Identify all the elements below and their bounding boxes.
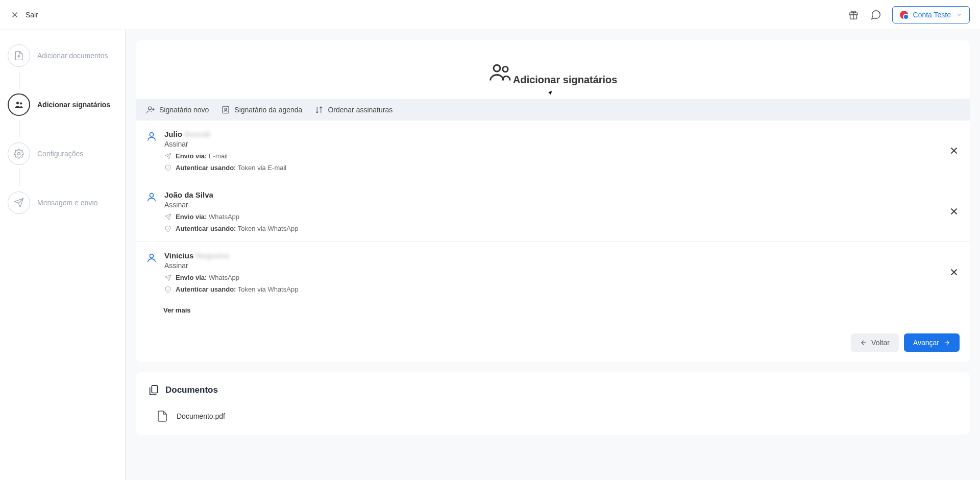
user-plus-icon (146, 105, 155, 114)
signer-role: Assinar (164, 261, 948, 270)
toolbar-label: Ordenar assinaturas (328, 106, 393, 114)
signer-name: João da Silva (164, 190, 948, 200)
signer-body: Vinicius Nogueira Assinar Envio via: Wha… (164, 251, 948, 293)
exit-button[interactable]: Sair (10, 10, 38, 19)
remove-signer-button[interactable] (948, 145, 960, 156)
card-footer: Voltar Avançar (136, 323, 970, 362)
svg-point-25 (150, 194, 153, 197)
step-label: Adicionar documentos (37, 52, 108, 60)
people-icon (8, 93, 30, 116)
signer-body: Julio Dvorak Assinar Envio via: E-mail A… (164, 130, 948, 172)
step-settings[interactable]: Configurações (8, 138, 117, 169)
step-connector (19, 120, 19, 138)
svg-point-8 (18, 153, 20, 155)
address-book-icon (221, 105, 230, 114)
step-connector (19, 71, 19, 89)
documents-icon (148, 385, 159, 396)
next-button[interactable]: Avançar (904, 333, 960, 352)
back-button[interactable]: Voltar (851, 333, 899, 352)
chat-icon (870, 9, 881, 20)
chevron-down-icon (956, 12, 962, 18)
document-item[interactable]: Documento.pdf (148, 410, 958, 422)
signer-auth: Autenticar usando: Token via E-mail (164, 164, 948, 172)
document-name: Documento.pdf (177, 412, 225, 420)
header-right: Conta Teste (847, 6, 970, 23)
step-label: Mensagem e envio (37, 199, 97, 207)
document-upload-icon (8, 44, 30, 67)
signer-auth: Autenticar usando: Token via WhatsApp (164, 285, 948, 293)
signer-body: João da Silva Assinar Envio via: WhatsAp… (164, 190, 948, 232)
close-icon (10, 10, 19, 19)
layout: Adicionar documentos Adicionar signatári… (0, 30, 980, 480)
send-small-icon (164, 153, 172, 160)
step-message-send[interactable]: Mensagem e envio (8, 187, 117, 218)
shield-icon (164, 164, 172, 172)
svg-point-17 (225, 108, 227, 110)
send-icon (8, 191, 30, 214)
send-small-icon (164, 274, 172, 281)
new-signer-button[interactable]: Signatário novo (146, 105, 209, 114)
step-label: Configurações (37, 150, 83, 158)
main-content: Adicionar signatários Signatário novo Si… (126, 30, 980, 480)
account-avatar-icon (900, 11, 908, 19)
signer-send-via: Envio via: WhatsApp (164, 274, 948, 281)
svg-rect-37 (152, 386, 157, 393)
svg-point-13 (149, 107, 152, 110)
exit-label: Sair (26, 11, 38, 19)
account-button[interactable]: Conta Teste (892, 6, 970, 23)
view-more-link[interactable]: Ver mais (136, 302, 970, 323)
step-add-documents[interactable]: Adicionar documentos (8, 40, 117, 71)
user-icon (146, 191, 157, 203)
shield-icon (164, 286, 172, 293)
svg-point-12 (502, 66, 507, 71)
signer-name: Julio Dvorak (164, 130, 948, 139)
card-header: Adicionar signatários (136, 40, 970, 99)
signer-row: João da Silva Assinar Envio via: WhatsAp… (136, 181, 970, 242)
step-label: Adicionar signatários (37, 101, 110, 109)
signer-auth: Autenticar usando: Token via WhatsApp (164, 225, 948, 232)
close-icon (948, 206, 960, 217)
file-icon (156, 410, 168, 422)
next-label: Avançar (913, 339, 939, 347)
order-signatures-button[interactable]: Ordenar assinaturas (314, 105, 393, 114)
signer-role: Assinar (164, 140, 948, 148)
documents-header: Documentos (148, 385, 958, 396)
toolbar-label: Signatário da agenda (234, 106, 302, 114)
gift-button[interactable] (847, 9, 860, 21)
toolbar-label: Signatário novo (159, 106, 209, 114)
shield-icon (164, 225, 172, 232)
user-icon (146, 252, 157, 263)
sort-icon (314, 105, 324, 114)
send-small-icon (164, 213, 172, 221)
svg-point-7 (20, 103, 22, 105)
close-icon (948, 145, 960, 156)
signer-send-via: Envio via: E-mail (164, 152, 948, 160)
gear-icon (8, 142, 30, 165)
back-label: Voltar (871, 339, 890, 347)
sidebar: Adicionar documentos Adicionar signatári… (0, 30, 126, 480)
svg-point-11 (494, 65, 500, 71)
signers-card: Adicionar signatários Signatário novo Si… (136, 40, 970, 362)
svg-point-20 (150, 133, 153, 136)
step-add-signers[interactable]: Adicionar signatários (8, 89, 117, 120)
remove-signer-button[interactable] (948, 206, 960, 217)
toolbar: Signatário novo Signatário da agenda Ord… (136, 99, 970, 121)
close-icon (948, 267, 960, 278)
remove-signer-button[interactable] (948, 267, 960, 278)
signer-row: Julio Dvorak Assinar Envio via: E-mail A… (136, 121, 970, 181)
people-large-icon (488, 61, 511, 83)
documents-title: Documentos (165, 385, 218, 395)
arrow-right-icon (943, 339, 950, 346)
arrow-left-icon (860, 339, 867, 346)
signer-role: Assinar (164, 201, 948, 209)
chat-button[interactable] (870, 9, 882, 21)
user-icon (146, 131, 157, 142)
svg-point-6 (16, 102, 19, 104)
app-header: Sair Conta Teste (0, 0, 980, 30)
svg-point-30 (150, 254, 153, 258)
signer-name: Vinicius Nogueira (164, 251, 948, 260)
contacts-signer-button[interactable]: Signatário da agenda (221, 105, 302, 114)
gift-icon (848, 9, 859, 20)
account-label: Conta Teste (913, 11, 951, 19)
page-title: Adicionar signatários (513, 74, 618, 86)
